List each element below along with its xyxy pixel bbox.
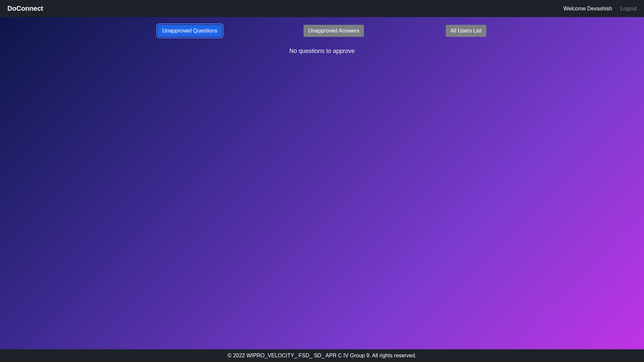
logout-link[interactable]: Logout bbox=[620, 6, 637, 12]
tab-row: Unapproved Questions Unapproved Answers … bbox=[77, 17, 567, 37]
footer: © 2022 WIPRO_VELOCITY_ FSD_ SD_ APR C IV… bbox=[0, 349, 644, 362]
nav-right: Welcome Devashish Logout bbox=[564, 6, 637, 12]
tab-all-users[interactable]: All Users List bbox=[446, 25, 486, 37]
tab-unapproved-questions[interactable]: Unapproved Questions bbox=[158, 25, 222, 37]
footer-text: © 2022 WIPRO_VELOCITY_ FSD_ SD_ APR C IV… bbox=[227, 353, 416, 358]
welcome-text: Welcome Devashish bbox=[564, 6, 612, 12]
empty-state-message: No questions to approve bbox=[289, 48, 355, 55]
tab-unapproved-answers[interactable]: Unapproved Answers bbox=[304, 25, 364, 37]
main-content: Unapproved Questions Unapproved Answers … bbox=[0, 17, 644, 349]
navbar: DoConnect Welcome Devashish Logout bbox=[0, 0, 644, 17]
brand-logo[interactable]: DoConnect bbox=[7, 5, 43, 12]
